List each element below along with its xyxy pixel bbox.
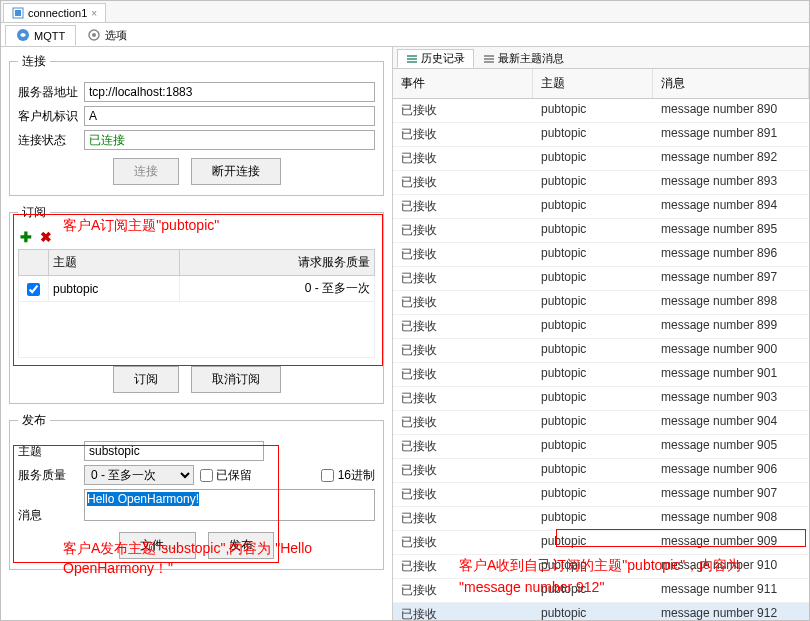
cell-topic: pubtopic — [533, 243, 653, 266]
header-topic[interactable]: 主题 — [533, 69, 653, 98]
connect-button[interactable]: 连接 — [113, 158, 179, 185]
subscribe-legend: 订阅 — [18, 204, 50, 221]
tab-history[interactable]: 历史记录 — [397, 49, 474, 68]
server-input[interactable] — [84, 82, 375, 102]
editor-tab-bar: connection1 × — [1, 1, 809, 23]
table-row[interactable]: pubtopic 0 - 至多一次 — [19, 276, 375, 302]
cell-topic: pubtopic — [533, 411, 653, 434]
cell-event: 已接收 — [393, 387, 533, 410]
gear-icon — [87, 28, 101, 44]
subscribe-table: 主题 请求服务质量 pubtopic 0 - 至多一次 — [18, 249, 375, 358]
history-row[interactable]: 已接收pubtopicmessage number 903 — [393, 387, 809, 411]
cell-topic: pubtopic — [533, 483, 653, 506]
retain-checkbox[interactable] — [200, 469, 213, 482]
history-row[interactable]: 已接收pubtopicmessage number 899 — [393, 315, 809, 339]
topic-header: 主题 — [49, 250, 180, 276]
status-value — [84, 130, 375, 150]
cell-event: 已接收 — [393, 603, 533, 620]
tab-mqtt[interactable]: MQTT — [5, 25, 76, 46]
history-row[interactable]: 已接收pubtopicmessage number 893 — [393, 171, 809, 195]
cell-event: 已接收 — [393, 99, 533, 122]
add-icon[interactable]: ✚ — [18, 229, 34, 245]
hex-label[interactable]: 16进制 — [321, 467, 375, 484]
history-row[interactable]: 已接收pubtopicmessage number 911 — [393, 579, 809, 603]
cell-event: 已接收 — [393, 483, 533, 506]
cell-event: 已接收 — [393, 219, 533, 242]
cell-message: message number 899 — [653, 315, 809, 338]
checkbox-header — [19, 250, 49, 276]
history-row[interactable]: 已接收pubtopicmessage number 897 — [393, 267, 809, 291]
history-row[interactable]: 已接收pubtopicmessage number 896 — [393, 243, 809, 267]
tab-last-message[interactable]: 最新主题消息 — [474, 49, 573, 68]
cell-event: 已接收 — [393, 555, 533, 578]
history-row[interactable]: 已接收pubtopicmessage number 895 — [393, 219, 809, 243]
row-topic: pubtopic — [49, 276, 180, 302]
tab-mqtt-label: MQTT — [34, 30, 65, 42]
cell-topic: pubtopic — [533, 267, 653, 290]
history-row[interactable]: 已接收pubtopicmessage number 898 — [393, 291, 809, 315]
history-row[interactable]: 已接收pubtopicmessage number 904 — [393, 411, 809, 435]
history-header: 事件 主题 消息 — [393, 69, 809, 99]
cell-topic: pubtopic — [533, 171, 653, 194]
history-row[interactable]: 已接收pubtopicmessage number 890 — [393, 99, 809, 123]
tab-options[interactable]: 选项 — [76, 25, 138, 46]
delete-icon[interactable]: ✖ — [38, 229, 54, 245]
history-row[interactable]: 已接收pubtopicmessage number 910 — [393, 555, 809, 579]
history-row[interactable]: 已接收pubtopicmessage number 900 — [393, 339, 809, 363]
cell-message: message number 893 — [653, 171, 809, 194]
sub-tab-bar: MQTT 选项 — [1, 23, 809, 47]
close-icon[interactable]: × — [91, 8, 97, 19]
cell-event: 已接收 — [393, 243, 533, 266]
cell-event: 已接收 — [393, 267, 533, 290]
cell-event: 已接收 — [393, 435, 533, 458]
history-row[interactable]: 已接收pubtopicmessage number 912 — [393, 603, 809, 620]
header-event[interactable]: 事件 — [393, 69, 533, 98]
client-id-input[interactable] — [84, 106, 375, 126]
status-label: 连接状态 — [18, 132, 78, 149]
history-row[interactable]: 已接收pubtopicmessage number 891 — [393, 123, 809, 147]
unsubscribe-button[interactable]: 取消订阅 — [191, 366, 281, 393]
message-icon — [483, 53, 495, 65]
cell-message: message number 905 — [653, 435, 809, 458]
svg-rect-1 — [15, 10, 21, 16]
cell-topic: pubtopic — [533, 507, 653, 530]
header-message[interactable]: 消息 — [653, 69, 809, 98]
left-panel: 连接 服务器地址 客户机标识 连接状态 连接 断开连接 — [1, 47, 393, 620]
cell-topic: pubtopic — [533, 291, 653, 314]
cell-topic: pubtopic — [533, 195, 653, 218]
cell-topic: pubtopic — [533, 459, 653, 482]
history-row[interactable]: 已接收pubtopicmessage number 908 — [393, 507, 809, 531]
svg-rect-6 — [407, 58, 417, 60]
history-row[interactable]: 已接收pubtopicmessage number 901 — [393, 363, 809, 387]
cell-topic: pubtopic — [533, 315, 653, 338]
history-row[interactable]: 已接收pubtopicmessage number 905 — [393, 435, 809, 459]
cell-message: message number 904 — [653, 411, 809, 434]
file-button[interactable]: 文件... — [119, 532, 195, 559]
svg-rect-10 — [484, 61, 494, 63]
svg-rect-9 — [484, 58, 494, 60]
history-row[interactable]: 已接收pubtopicmessage number 894 — [393, 195, 809, 219]
history-row[interactable]: 已接收pubtopicmessage number 907 — [393, 483, 809, 507]
cell-message: message number 907 — [653, 483, 809, 506]
subscribe-group: 订阅 ✚ ✖ 主题 请求服务质量 — [9, 204, 384, 404]
row-checkbox[interactable] — [27, 283, 40, 296]
pub-message-input[interactable]: Hello OpenHarmony! — [84, 489, 375, 521]
tab-connection1[interactable]: connection1 × — [3, 3, 106, 22]
history-row[interactable]: 已接收pubtopicmessage number 892 — [393, 147, 809, 171]
hex-checkbox[interactable] — [321, 469, 334, 482]
pub-qos-select[interactable]: 0 - 至多一次 — [84, 465, 194, 485]
publish-button[interactable]: 发布 — [208, 532, 274, 559]
history-row[interactable]: 已接收pubtopicmessage number 906 — [393, 459, 809, 483]
cell-message: message number 891 — [653, 123, 809, 146]
cell-message: message number 906 — [653, 459, 809, 482]
retain-label[interactable]: 已保留 — [200, 467, 252, 484]
pub-topic-input[interactable] — [84, 441, 264, 461]
subscribe-button[interactable]: 订阅 — [113, 366, 179, 393]
cell-message: message number 900 — [653, 339, 809, 362]
history-row[interactable]: 已接收pubtopicmessage number 909 — [393, 531, 809, 555]
cell-message: message number 892 — [653, 147, 809, 170]
client-id-label: 客户机标识 — [18, 108, 78, 125]
cell-message: message number 898 — [653, 291, 809, 314]
disconnect-button[interactable]: 断开连接 — [191, 158, 281, 185]
publish-group: 发布 主题 服务质量 0 - 至多一次 已保留 16进制 消息 — [9, 412, 384, 570]
